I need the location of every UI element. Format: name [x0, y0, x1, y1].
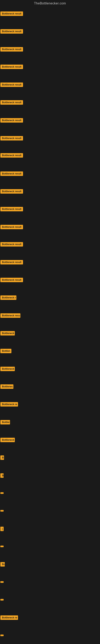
bottleneck-item-19: Bottleneck — [0, 331, 15, 336]
bottleneck-badge-30[interactable]: | — [0, 527, 3, 531]
bottleneck-item-9: Bottleneck result — [0, 153, 23, 158]
bottleneck-item-3: Bottleneck result — [0, 47, 23, 52]
bottleneck-badge-8[interactable]: Bottleneck result — [0, 136, 23, 140]
bottleneck-badge-5[interactable]: Bottleneck result — [0, 82, 23, 87]
bottleneck-item-32: Bo — [0, 562, 5, 567]
bottleneck-item-25: Bottleneck — [0, 438, 15, 443]
bottleneck-item-15: Bottleneck result — [0, 260, 23, 264]
bottleneck-badge-20[interactable]: Bottlen — [0, 349, 11, 353]
bottleneck-badge-12[interactable]: Bottleneck result — [0, 207, 23, 211]
bottleneck-item-33 — [0, 580, 3, 584]
bottleneck-badge-7[interactable]: Bottleneck result — [0, 118, 23, 122]
bottleneck-badge-23[interactable]: Bottleneck re — [0, 402, 18, 406]
bottleneck-badge-18[interactable]: Bottleneck resu — [0, 313, 20, 318]
bottleneck-item-31 — [0, 544, 3, 548]
bottleneck-item-1: Bottleneck result — [0, 12, 23, 16]
bottleneck-item-13: Bottleneck result — [0, 225, 23, 229]
bottleneck-badge-16[interactable]: Bottleneck result — [0, 278, 23, 282]
bottleneck-item-2: Bottleneck result — [0, 29, 23, 34]
bottleneck-badge-36[interactable] — [0, 634, 3, 636]
bottleneck-item-36 — [0, 633, 3, 637]
bottleneck-badge-9[interactable]: Bottleneck result — [0, 153, 23, 158]
bottleneck-badge-4[interactable]: Bottleneck result — [0, 64, 23, 69]
site-title: TheBottlenecker.com — [0, 0, 100, 6]
bottleneck-badge-32[interactable]: Bo — [0, 562, 5, 566]
bottleneck-badge-35[interactable]: Bottleneck re — [0, 616, 18, 620]
bottleneck-badge-10[interactable]: Bottleneck result — [0, 172, 23, 176]
bottleneck-badge-28[interactable] — [0, 492, 3, 494]
bottleneck-item-35: Bottleneck re — [0, 616, 18, 621]
bottleneck-item-20: Bottlen — [0, 349, 11, 354]
bottleneck-item-26: B — [0, 456, 4, 461]
bottleneck-item-27: B — [0, 473, 3, 478]
bottleneck-item-11: Bottleneck result — [0, 189, 23, 194]
bottleneck-item-28 — [0, 491, 3, 495]
bottleneck-badge-11[interactable]: Bottleneck result — [0, 189, 23, 194]
bottleneck-item-5: Bottleneck result — [0, 82, 23, 87]
bottleneck-item-14: Bottleneck result — [0, 242, 23, 246]
bottleneck-item-23: Bottleneck re — [0, 402, 18, 407]
bottleneck-badge-6[interactable]: Bottleneck result — [0, 100, 23, 105]
bottleneck-badge-3[interactable]: Bottleneck result — [0, 47, 23, 52]
bottleneck-item-8: Bottleneck result — [0, 136, 23, 140]
bottleneck-item-7: Bottleneck result — [0, 118, 23, 122]
bottleneck-item-24: Bottler — [0, 420, 10, 425]
bottleneck-badge-26[interactable]: B — [0, 456, 4, 460]
bottleneck-item-6: Bottleneck result — [0, 100, 23, 105]
bottleneck-item-34 — [0, 598, 3, 601]
bottleneck-badge-15[interactable]: Bottleneck result — [0, 260, 23, 264]
bottleneck-badge-21[interactable]: Bottleneck — [0, 367, 15, 371]
bottleneck-badge-17[interactable]: Bottleneck r — [0, 296, 16, 300]
bottleneck-item-17: Bottleneck r — [0, 296, 16, 301]
bottleneck-item-22: Bottlenec — [0, 384, 13, 390]
bottleneck-badge-33[interactable] — [0, 581, 3, 583]
bottleneck-badge-2[interactable]: Bottleneck result — [0, 29, 23, 34]
bottleneck-badge-25[interactable]: Bottleneck — [0, 438, 15, 442]
bottleneck-badge-24[interactable]: Bottler — [0, 420, 10, 424]
bottleneck-item-16: Bottleneck result — [0, 278, 23, 283]
bottleneck-item-21: Bottleneck — [0, 367, 15, 372]
bottleneck-item-29 — [0, 509, 3, 512]
bottleneck-badge-13[interactable]: Bottleneck result — [0, 225, 23, 229]
bottleneck-badge-1[interactable]: Bottleneck result — [0, 12, 23, 16]
bottleneck-item-10: Bottleneck result — [0, 172, 23, 176]
bottleneck-badge-27[interactable]: B — [0, 473, 3, 478]
bottleneck-badge-29[interactable] — [0, 510, 3, 512]
bottleneck-badge-22[interactable]: Bottlenec — [0, 384, 13, 389]
bottleneck-item-4: Bottleneck result — [0, 64, 23, 69]
bottleneck-badge-31[interactable] — [0, 546, 3, 547]
bottleneck-badge-14[interactable]: Bottleneck result — [0, 242, 23, 246]
bottleneck-item-12: Bottleneck result — [0, 207, 23, 211]
bottleneck-item-30: | — [0, 527, 3, 532]
bottleneck-item-18: Bottleneck resu — [0, 313, 20, 318]
bottleneck-badge-19[interactable]: Bottleneck — [0, 331, 15, 336]
bottleneck-badge-34[interactable] — [0, 599, 3, 600]
